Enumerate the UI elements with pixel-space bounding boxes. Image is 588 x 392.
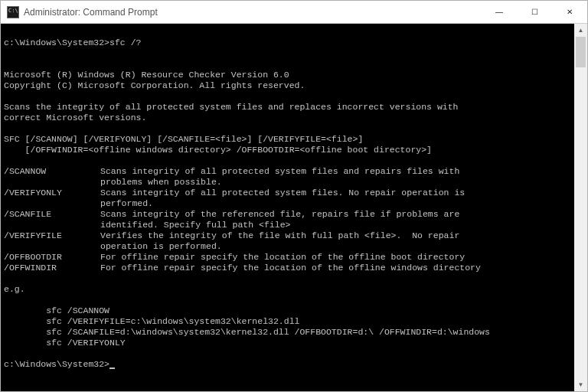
option-switch: /SCANFILE [4,209,100,230]
prompt-cwd: c:\Windows\System32> [4,38,109,48]
terminal-area: c:\Windows\System32>sfc /? Microsoft (R)… [1,24,587,391]
option-switch: /SCANNOW [4,166,100,188]
option-row: /SCANFILEScans integrity of the referenc… [4,209,573,230]
option-description: Verifies the integrity of the file with … [100,230,573,252]
option-row: /SCANNOWScans integrity of all protected… [4,166,573,188]
examples-heading: e.g. [4,284,25,294]
maximize-button[interactable]: ☐ [517,1,552,24]
example-line: sfc /VERIFYONLY [4,338,126,348]
option-row: /OFFBOOTDIRFor offline repair specify th… [4,252,573,263]
minimize-button[interactable]: — [482,1,517,24]
close-button[interactable]: ✕ [552,1,587,24]
option-switch: /OFFBOOTDIR [4,252,100,263]
command-prompt-window: Administrator: Command Prompt — ☐ ✕ c:\W… [0,0,588,392]
options-table: /SCANNOWScans integrity of all protected… [4,166,573,273]
example-line: sfc /SCANFILE=d:\windows\system32\kernel… [4,327,490,337]
option-row: /OFFWINDIRFor offline repair specify the… [4,263,573,273]
option-description: Scans integrity of all protected system … [100,166,573,188]
example-line: sfc /VERIFYFILE=c:\windows\system32\kern… [4,316,299,326]
header-product: Microsoft (R) Windows (R) Resource Check… [4,70,289,80]
prompt-cwd: c:\Windows\System32> [4,359,109,370]
scroll-track[interactable] [574,37,587,378]
titlebar[interactable]: Administrator: Command Prompt — ☐ ✕ [1,1,587,24]
option-description: Scans integrity of the referenced file, … [100,209,573,230]
option-description: Scans integrity of all protected system … [100,188,573,209]
terminal-output[interactable]: c:\Windows\System32>sfc /? Microsoft (R)… [1,24,574,391]
option-description: For offline repair specify the location … [100,252,573,263]
option-description: For offline repair specify the location … [100,263,573,273]
option-switch: /VERIFYFILE [4,230,100,252]
cmd-icon [7,6,19,18]
example-line: sfc /SCANNOW [4,305,109,315]
window-title: Administrator: Command Prompt [24,7,158,18]
cursor [109,368,115,369]
option-row: /VERIFYONLYScans integrity of all protec… [4,188,573,209]
header-copyright: Copyright (C) Microsoft Corporation. All… [4,80,305,90]
option-row: /VERIFYFILEVerifies the integrity of the… [4,230,573,252]
description-line: correct Microsoft versions. [4,113,146,122]
scroll-down-button[interactable]: ▼ [574,378,587,391]
description-line: Scans the integrity of all protected sys… [4,102,459,112]
option-switch: /VERIFYONLY [4,188,100,209]
option-switch: /OFFWINDIR [4,263,100,273]
scroll-thumb[interactable] [576,37,586,67]
prompt-command: sfc /? [109,38,141,48]
vertical-scrollbar[interactable]: ▲ ▼ [574,24,587,391]
scroll-up-button[interactable]: ▲ [574,24,587,37]
usage-line: [/OFFWINDIR=<offline windows directory> … [4,145,432,155]
usage-line: SFC [/SCANNOW] [/VERIFYONLY] [/SCANFILE=… [4,134,363,144]
